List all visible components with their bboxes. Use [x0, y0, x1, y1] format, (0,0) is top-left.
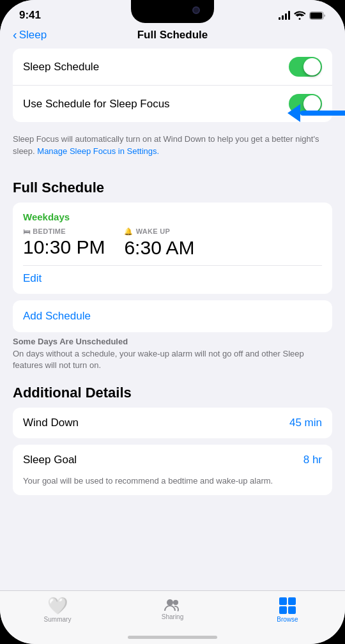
wind-down-value: 45 min — [289, 417, 322, 429]
svg-point-2 — [167, 599, 173, 606]
sleep-schedule-row: Sleep Schedule — [13, 49, 332, 86]
arrow-annotation — [289, 104, 345, 122]
camera — [192, 6, 200, 14]
nav-bar: ‹ Sleep Full Schedule — [0, 24, 345, 49]
wakeup-time: 6:30 AM — [124, 237, 194, 259]
status-icons — [279, 11, 326, 20]
wakeup-text: WAKE UP — [136, 227, 170, 235]
back-label: Sleep — [19, 29, 47, 42]
sleep-goal-value: 8 hr — [303, 454, 322, 466]
bedtime-time: 10:30 PM — [23, 236, 105, 258]
arrow-head-icon — [288, 104, 300, 122]
battery-icon — [309, 12, 326, 20]
bedtime-label: 🛏 BEDTIME — [23, 227, 105, 235]
phone-frame: 9:41 ‹ Sleep — [0, 0, 345, 644]
schedule-divider — [23, 265, 322, 266]
svg-rect-1 — [310, 12, 323, 19]
unscheduled-info: Some Days Are Unscheduled On days withou… — [13, 336, 332, 372]
wind-down-label: Wind Down — [23, 417, 79, 429]
wind-down-row[interactable]: Wind Down 45 min — [13, 408, 332, 438]
tab-summary[interactable]: 🤍 Summary — [35, 597, 80, 623]
status-time: 9:41 — [19, 9, 41, 22]
toggles-card: Sleep Schedule Use Schedule for Sleep Fo… — [13, 49, 332, 122]
tab-sharing[interactable]: Sharing — [150, 597, 195, 620]
notch — [131, 0, 214, 23]
schedule-day-label: Weekdays — [23, 211, 322, 222]
full-schedule-heading: Full Schedule — [13, 180, 332, 196]
unscheduled-title: Some Days Are Unscheduled — [13, 337, 128, 346]
wakeup-col: 🔔 WAKE UP 6:30 AM — [124, 227, 194, 259]
edit-schedule-button[interactable]: Edit — [23, 272, 42, 284]
tab-browse[interactable]: Browse — [265, 597, 310, 623]
home-indicator — [128, 636, 217, 639]
chevron-left-icon: ‹ — [13, 27, 17, 42]
weekdays-schedule-card: Weekdays 🛏 BEDTIME 10:30 PM 🔔 WAKE UP 6:… — [13, 203, 332, 294]
sharing-label: Sharing — [162, 613, 183, 620]
schedule-times: 🛏 BEDTIME 10:30 PM 🔔 WAKE UP 6:30 AM — [23, 227, 322, 259]
wind-down-card: Wind Down 45 min — [13, 408, 332, 438]
wifi-icon — [294, 11, 305, 20]
use-schedule-label: Use Schedule for Sleep Focus — [23, 98, 170, 111]
browse-icon — [279, 597, 296, 614]
wakeup-icon: 🔔 — [124, 227, 133, 236]
sleep-schedule-toggle[interactable] — [289, 57, 322, 77]
signal-icon — [279, 11, 290, 20]
back-button[interactable]: ‹ Sleep — [13, 28, 47, 42]
sleep-goal-label: Sleep Goal — [23, 454, 77, 466]
summary-icon: 🤍 — [47, 597, 68, 614]
scroll-content[interactable]: Sleep Schedule Use Schedule for Sleep Fo… — [0, 49, 345, 576]
sleep-goal-card: Sleep Goal 8 hr Your goal will be used t… — [13, 445, 332, 495]
unscheduled-text: On days without a schedule, your wake-up… — [13, 349, 304, 371]
wakeup-label: 🔔 WAKE UP — [124, 227, 194, 236]
toggle-knob — [303, 58, 321, 75]
bedtime-col: 🛏 BEDTIME 10:30 PM — [23, 227, 105, 259]
sleep-goal-row[interactable]: Sleep Goal 8 hr — [13, 445, 332, 475]
sleep-schedule-label: Sleep Schedule — [23, 61, 99, 73]
sleep-focus-info: Sleep Focus will automatically turn on a… — [13, 128, 332, 167]
summary-label: Summary — [44, 616, 72, 623]
add-schedule-card[interactable]: Add Schedule — [13, 300, 332, 332]
svg-point-3 — [173, 600, 178, 605]
arrow-shaft — [300, 111, 345, 116]
manage-sleep-focus-link[interactable]: Manage Sleep Focus in Settings. — [37, 146, 159, 156]
browse-label: Browse — [277, 616, 298, 623]
bed-icon: 🛏 — [23, 227, 30, 235]
add-schedule-button[interactable]: Add Schedule — [23, 310, 91, 322]
sleep-goal-info: Your goal will be used to recommend a be… — [13, 475, 332, 495]
bedtime-text: BEDTIME — [33, 227, 66, 235]
additional-details-heading: Additional Details — [13, 385, 332, 401]
sharing-icon — [164, 597, 181, 611]
use-schedule-row: Use Schedule for Sleep Focus — [13, 86, 332, 122]
nav-title: Full Schedule — [137, 29, 208, 42]
